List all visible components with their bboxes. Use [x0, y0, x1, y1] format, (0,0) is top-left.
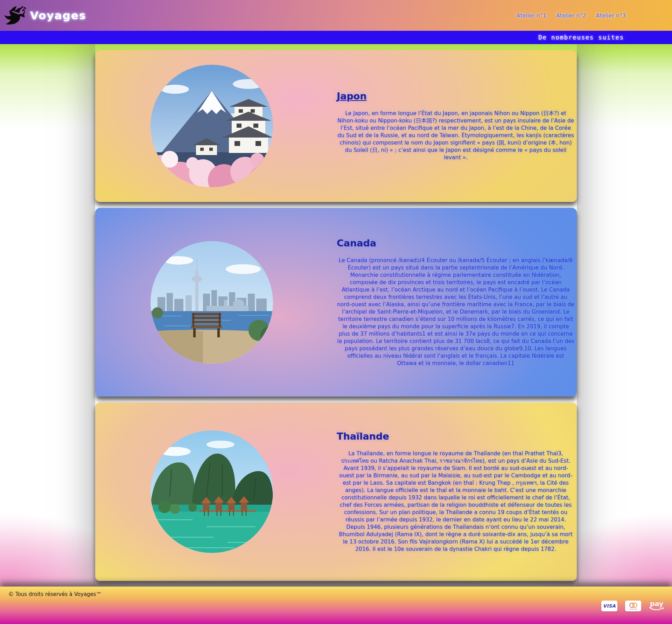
amazon-pay-icon: pay — [649, 601, 664, 611]
card-paragraph-canada: Le Canada (prononcé /kanadɔ/4 Écouter ou… — [337, 257, 575, 367]
card-title-japon[interactable]: Japon — [337, 91, 575, 101]
card-title-thailande[interactable]: Thaïlande — [337, 431, 575, 442]
copyright-text: © Tous droits réservés à Voyages™ — [8, 591, 102, 597]
japan-photo — [150, 65, 273, 187]
card-japon: Japon Le Japon, en forme longue l’État d… — [95, 50, 577, 202]
canada-photo — [150, 241, 273, 364]
nav-link-atelier-3[interactable]: Atelier n°3 — [596, 12, 626, 19]
content-column: Japon Le Japon, en forme longue l’État d… — [95, 44, 577, 587]
thailand-photo — [150, 430, 273, 553]
banner-text: De nombreuses suites — [538, 34, 624, 41]
visa-icon: VISA — [601, 601, 617, 611]
card-text-japon: Japon Le Japon, en forme longue l’État d… — [337, 50, 575, 202]
brand[interactable]: Voyages — [3, 5, 86, 26]
site-footer: © Tous droits réservés à Voyages™ VISA m… — [0, 587, 672, 624]
main-nav: Atelier n°1 Atelier n°2 Atelier n°3 — [517, 12, 672, 19]
payment-icons: VISA mastercard pay — [601, 601, 664, 611]
nav-link-atelier-2[interactable]: Atelier n°2 — [556, 12, 586, 19]
card-text-canada: Canada Le Canada (prononcé /kanadɔ/4 Éco… — [337, 208, 575, 397]
card-thailande: Thaïlande La Thaïlande, en forme longue … — [95, 402, 577, 581]
nav-link-atelier-1[interactable]: Atelier n°1 — [517, 12, 547, 19]
banner-bar: De nombreuses suites — [0, 31, 672, 44]
card-canada: Canada Le Canada (prononcé /kanadɔ/4 Éco… — [95, 208, 577, 397]
brand-title: Voyages — [30, 9, 86, 22]
mastercard-icon: mastercard — [625, 601, 641, 611]
site-header: Voyages Atelier n°1 Atelier n°2 Atelier … — [0, 0, 672, 31]
card-paragraph-japon: Le Japon, en forme longue l’État du Japo… — [337, 110, 575, 161]
dove-icon — [3, 5, 26, 26]
card-title-canada[interactable]: Canada — [337, 238, 575, 248]
card-paragraph-thailande: La Thaïlande, en forme longue le royaume… — [337, 450, 575, 553]
card-text-thailande: Thaïlande La Thaïlande, en forme longue … — [337, 402, 575, 581]
page: Voyages Atelier n°1 Atelier n°2 Atelier … — [0, 0, 672, 624]
